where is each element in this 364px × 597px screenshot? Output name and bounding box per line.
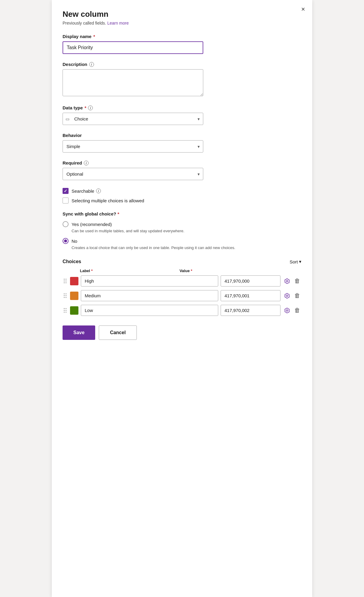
display-name-label: Display name * — [63, 34, 301, 39]
color-swatch-medium[interactable] — [70, 292, 78, 300]
svg-point-0 — [286, 280, 288, 282]
drag-handle-low[interactable] — [63, 308, 68, 313]
sync-title: Sync with global choice? * — [63, 211, 301, 216]
drag-handle-high[interactable] — [63, 279, 68, 283]
learn-more-link[interactable]: Learn more — [107, 21, 129, 25]
description-info-icon: i — [89, 62, 94, 67]
drag-handle-medium[interactable] — [63, 293, 68, 298]
data-type-wrapper: ▭ Choice ▾ — [63, 113, 203, 125]
behavior-wrapper: Simple ▾ — [63, 140, 203, 153]
sync-no-row: No — [63, 238, 301, 244]
sync-yes-option: Yes (recommended) Can be used in multipl… — [63, 221, 301, 234]
required-star: * — [93, 34, 95, 39]
sync-section: Sync with global choice? * Yes (recommen… — [63, 211, 301, 251]
choice-label-input-medium[interactable] — [81, 290, 218, 301]
color-swatch-high[interactable] — [70, 277, 78, 285]
sync-yes-row: Yes (recommended) — [63, 221, 301, 227]
description-label: Description i — [63, 62, 301, 67]
multiple-choices-label: Selecting multiple choices is allowed — [72, 198, 144, 203]
choice-type-icon: ▭ — [66, 117, 69, 121]
choice-row-medium: 🗑 — [63, 290, 301, 301]
choice-value-input-high[interactable] — [221, 275, 280, 287]
description-section: Description i — [63, 62, 301, 97]
choice-settings-button-low[interactable] — [283, 307, 291, 314]
choice-value-input-medium[interactable] — [221, 290, 280, 301]
choice-actions-low: 🗑 — [283, 306, 301, 314]
sync-no-label: No — [72, 239, 77, 244]
sort-chevron-icon: ▾ — [299, 259, 301, 264]
description-input[interactable] — [63, 69, 203, 96]
choices-title: Choices — [63, 259, 81, 264]
searchable-section: Searchable i Selecting multiple choices … — [63, 188, 301, 203]
data-type-section: Data type * i ▭ Choice ▾ — [63, 105, 301, 125]
choices-col-headers: Label * Value * — [63, 269, 301, 273]
choices-header: Choices Sort ▾ — [63, 259, 301, 264]
choice-settings-button-medium[interactable] — [283, 292, 291, 299]
save-button[interactable]: Save — [63, 325, 95, 340]
behavior-section: Behavior Simple ▾ — [63, 133, 301, 153]
searchable-label: Searchable i — [72, 189, 101, 194]
searchable-row: Searchable i — [63, 188, 301, 194]
choice-delete-button-low[interactable]: 🗑 — [293, 306, 301, 314]
choice-row-high: 🗑 — [63, 275, 301, 287]
choice-actions-high: 🗑 — [283, 277, 301, 285]
behavior-select[interactable]: Simple — [63, 140, 203, 153]
choice-label-input-high[interactable] — [81, 275, 218, 287]
required-label: Required i — [63, 160, 301, 165]
choice-delete-button-high[interactable]: 🗑 — [293, 277, 301, 285]
required-star-2: * — [85, 105, 87, 110]
svg-point-2 — [286, 310, 288, 311]
data-type-select[interactable]: Choice — [63, 113, 203, 125]
sync-yes-radio[interactable] — [63, 221, 69, 227]
display-name-input[interactable] — [63, 41, 203, 54]
sync-no-radio[interactable] — [63, 238, 69, 244]
cancel-button[interactable]: Cancel — [99, 325, 136, 340]
display-name-section: Display name * — [63, 34, 301, 54]
multiple-choices-checkbox[interactable] — [63, 198, 69, 203]
panel-title: New column — [63, 10, 301, 19]
data-type-label: Data type * i — [63, 105, 301, 110]
svg-point-1 — [286, 295, 288, 296]
choice-label-input-low[interactable] — [81, 305, 218, 316]
new-column-panel: × New column Previously called fields. L… — [52, 0, 312, 597]
data-type-info-icon: i — [88, 105, 93, 110]
searchable-info-icon: i — [96, 189, 101, 193]
choice-delete-button-medium[interactable]: 🗑 — [293, 292, 301, 300]
color-swatch-low[interactable] — [70, 306, 78, 315]
choice-row-low: 🗑 — [63, 305, 301, 316]
required-info-icon: i — [84, 161, 89, 165]
label-col-header: Label * — [80, 269, 93, 273]
searchable-checkbox[interactable] — [63, 188, 69, 194]
close-button[interactable]: × — [301, 6, 305, 13]
sync-no-option: No Creates a local choice that can only … — [63, 238, 301, 251]
sync-yes-label: Yes (recommended) — [72, 222, 112, 227]
choice-actions-medium: 🗑 — [283, 292, 301, 300]
required-select[interactable]: Optional — [63, 168, 203, 180]
required-wrapper: Optional ▾ — [63, 168, 203, 180]
value-col-header: Value * — [180, 269, 192, 273]
sync-yes-desc: Can be used in multiple tables, and will… — [72, 228, 301, 234]
sort-button[interactable]: Sort ▾ — [289, 259, 301, 264]
behavior-label: Behavior — [63, 133, 301, 138]
sync-no-desc: Creates a local choice that can only be … — [72, 245, 301, 251]
multiple-choices-row: Selecting multiple choices is allowed — [63, 198, 301, 203]
choices-section: Choices Sort ▾ Label * Value * — [63, 259, 301, 316]
panel-subtitle: Previously called fields. Learn more — [63, 21, 301, 25]
footer-buttons: Save Cancel — [63, 325, 301, 340]
required-section: Required i Optional ▾ — [63, 160, 301, 180]
choice-settings-button-high[interactable] — [283, 278, 291, 285]
choice-value-input-low[interactable] — [221, 305, 280, 316]
sync-required-star: * — [117, 211, 119, 216]
